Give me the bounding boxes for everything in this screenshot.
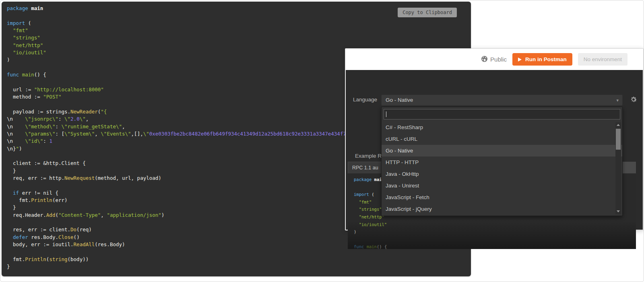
dropdown-item[interactable]: C# - RestSharp (382, 121, 622, 133)
settings-gear-icon[interactable] (630, 95, 638, 103)
language-dropdown-list: C# - RestSharpcURL - cURLGo - NativeHTTP… (382, 121, 622, 216)
language-select[interactable]: Go - Native ▾ (381, 95, 623, 106)
dropdown-item[interactable]: JavaScript - Fetch (382, 191, 622, 203)
language-label: Language (353, 97, 377, 103)
language-search-input[interactable] (384, 109, 620, 119)
page: package main import ( "fmt" "strings" "n… (0, 0, 644, 282)
chevron-down-icon: ▾ (616, 95, 619, 105)
text-cursor (386, 111, 386, 117)
run-button-label: Run in Postman (525, 56, 567, 62)
dropdown-item[interactable]: Java - Unirest (382, 180, 622, 191)
environment-button[interactable]: No environment (578, 53, 627, 66)
dropdown-item[interactable]: HTTP - HTTP (382, 156, 622, 168)
dropdown-item[interactable]: cURL - cURL (382, 133, 622, 145)
dropdown-item[interactable]: JavaScript - jQuery (382, 203, 622, 215)
scroll-down-icon[interactable] (617, 210, 620, 212)
scroll-up-icon[interactable] (617, 124, 620, 126)
code-fade-overlay (348, 221, 636, 249)
copy-to-clipboard-button[interactable]: Copy to Clipboard (398, 8, 457, 17)
language-selected-value: Go - Native (386, 97, 413, 103)
dropdown-scrollbar[interactable] (615, 122, 621, 214)
play-icon (518, 58, 522, 62)
language-dropdown: C# - RestSharpcURL - cURLGo - NativeHTTP… (381, 107, 623, 216)
dropdown-item[interactable]: Go - Native (382, 145, 622, 156)
run-in-postman-button[interactable]: Run in Postman (512, 53, 572, 66)
doc-header: Public Run in Postman No environment (345, 49, 643, 70)
scrollbar-thumb[interactable] (616, 129, 621, 150)
visibility-label: Public (490, 56, 507, 63)
dropdown-item[interactable]: Java - OkHttp (382, 168, 622, 180)
visibility-indicator: Public (481, 56, 507, 64)
request-doc-panel: Public Run in Postman No environment Lan… (345, 48, 644, 231)
doc-dark-area: Language Go - Native ▾ Example Request R… (346, 70, 643, 230)
globe-icon (481, 56, 488, 64)
